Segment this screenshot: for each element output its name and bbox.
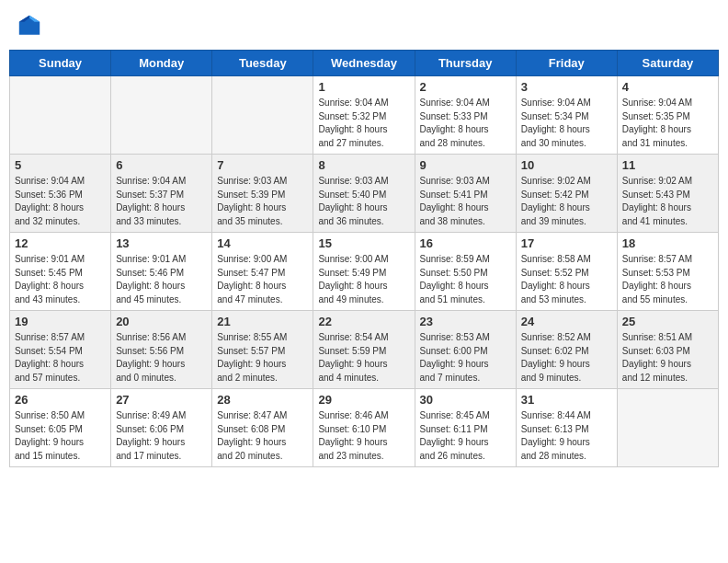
calendar-cell: 6Sunrise: 9:04 AM Sunset: 5:37 PM Daylig… [111,155,212,233]
day-info: Sunrise: 9:01 AM Sunset: 5:46 PM Dayligh… [116,253,207,306]
day-number: 24 [521,315,612,328]
calendar-cell: 3Sunrise: 9:04 AM Sunset: 5:34 PM Daylig… [516,76,617,155]
weekday-thursday: Thursday [415,51,516,76]
calendar-cell: 9Sunrise: 9:03 AM Sunset: 5:41 PM Daylig… [415,155,516,233]
day-info: Sunrise: 8:53 AM Sunset: 6:00 PM Dayligh… [420,331,511,385]
calendar-cell [10,76,111,155]
day-number: 30 [420,393,511,407]
day-info: Sunrise: 9:04 AM Sunset: 5:33 PM Dayligh… [420,97,511,150]
page-header [9,9,719,42]
day-number: 12 [15,236,106,250]
calendar-cell: 30Sunrise: 8:45 AM Sunset: 6:11 PM Dayli… [415,389,516,467]
calendar-cell: 23Sunrise: 8:53 AM Sunset: 6:00 PM Dayli… [415,311,516,389]
calendar-cell: 28Sunrise: 8:47 AM Sunset: 6:08 PM Dayli… [212,389,313,467]
day-number: 17 [521,236,612,250]
day-number: 20 [116,315,207,328]
day-number: 26 [15,393,106,407]
logo-icon [17,13,42,39]
calendar-week-4: 19Sunrise: 8:57 AM Sunset: 5:54 PM Dayli… [10,311,719,389]
day-info: Sunrise: 9:03 AM Sunset: 5:39 PM Dayligh… [217,175,308,228]
day-number: 31 [521,393,612,407]
weekday-header-row: SundayMondayTuesdayWednesdayThursdayFrid… [10,51,719,76]
calendar-cell: 18Sunrise: 8:57 AM Sunset: 5:53 PM Dayli… [617,233,718,311]
day-info: Sunrise: 8:54 AM Sunset: 5:59 PM Dayligh… [318,331,409,385]
day-info: Sunrise: 8:58 AM Sunset: 5:52 PM Dayligh… [521,253,612,306]
day-number: 23 [420,315,511,328]
calendar-cell: 10Sunrise: 9:02 AM Sunset: 5:42 PM Dayli… [516,155,617,233]
calendar-week-1: 1Sunrise: 9:04 AM Sunset: 5:32 PM Daylig… [10,76,719,155]
day-number: 29 [318,393,409,407]
calendar-cell: 13Sunrise: 9:01 AM Sunset: 5:46 PM Dayli… [111,233,212,311]
calendar-cell: 25Sunrise: 8:51 AM Sunset: 6:03 PM Dayli… [617,311,718,389]
day-info: Sunrise: 9:04 AM Sunset: 5:37 PM Dayligh… [116,175,207,228]
calendar-cell: 15Sunrise: 9:00 AM Sunset: 5:49 PM Dayli… [313,233,415,311]
calendar-cell: 12Sunrise: 9:01 AM Sunset: 5:45 PM Dayli… [10,233,111,311]
calendar-week-3: 12Sunrise: 9:01 AM Sunset: 5:45 PM Dayli… [10,233,719,311]
calendar-cell [212,76,313,155]
day-number: 7 [217,158,308,172]
day-info: Sunrise: 9:04 AM Sunset: 5:34 PM Dayligh… [521,97,612,150]
day-info: Sunrise: 8:45 AM Sunset: 6:11 PM Dayligh… [420,409,511,463]
day-info: Sunrise: 9:04 AM Sunset: 5:32 PM Dayligh… [318,97,409,150]
calendar-cell: 4Sunrise: 9:04 AM Sunset: 5:35 PM Daylig… [617,76,718,155]
calendar-cell [617,389,718,467]
calendar-table: SundayMondayTuesdayWednesdayThursdayFrid… [9,50,719,467]
day-number: 18 [622,236,713,250]
day-number: 6 [116,158,207,172]
day-number: 13 [116,236,207,250]
day-number: 10 [521,158,612,172]
calendar-cell: 11Sunrise: 9:02 AM Sunset: 5:43 PM Dayli… [617,155,718,233]
calendar-cell: 14Sunrise: 9:00 AM Sunset: 5:47 PM Dayli… [212,233,313,311]
day-info: Sunrise: 9:02 AM Sunset: 5:42 PM Dayligh… [521,175,612,228]
day-number: 21 [217,315,308,328]
day-info: Sunrise: 9:02 AM Sunset: 5:43 PM Dayligh… [622,175,713,228]
day-number: 8 [318,158,409,172]
day-info: Sunrise: 8:57 AM Sunset: 5:53 PM Dayligh… [622,253,713,306]
day-number: 3 [521,80,612,94]
calendar-cell: 8Sunrise: 9:03 AM Sunset: 5:40 PM Daylig… [313,155,415,233]
day-number: 28 [217,393,308,407]
day-info: Sunrise: 8:46 AM Sunset: 6:10 PM Dayligh… [318,409,409,463]
calendar-cell: 7Sunrise: 9:03 AM Sunset: 5:39 PM Daylig… [212,155,313,233]
calendar-week-2: 5Sunrise: 9:04 AM Sunset: 5:36 PM Daylig… [10,155,719,233]
day-number: 4 [622,80,713,94]
day-number: 14 [217,236,308,250]
svg-marker-0 [19,16,40,35]
day-info: Sunrise: 9:01 AM Sunset: 5:45 PM Dayligh… [15,253,106,306]
day-info: Sunrise: 8:56 AM Sunset: 5:56 PM Dayligh… [116,331,207,385]
calendar-cell [111,76,212,155]
day-number: 19 [15,315,106,328]
day-info: Sunrise: 9:03 AM Sunset: 5:40 PM Dayligh… [318,175,409,228]
day-number: 2 [420,80,511,94]
weekday-saturday: Saturday [617,51,718,76]
calendar-cell: 19Sunrise: 8:57 AM Sunset: 5:54 PM Dayli… [10,311,111,389]
logo [17,13,46,39]
calendar-cell: 22Sunrise: 8:54 AM Sunset: 5:59 PM Dayli… [313,311,415,389]
calendar-cell: 26Sunrise: 8:50 AM Sunset: 6:05 PM Dayli… [10,389,111,467]
day-info: Sunrise: 8:55 AM Sunset: 5:57 PM Dayligh… [217,331,308,385]
day-info: Sunrise: 8:57 AM Sunset: 5:54 PM Dayligh… [15,331,106,385]
day-info: Sunrise: 8:52 AM Sunset: 6:02 PM Dayligh… [521,331,612,385]
calendar-cell: 1Sunrise: 9:04 AM Sunset: 5:32 PM Daylig… [313,76,415,155]
calendar-cell: 16Sunrise: 8:59 AM Sunset: 5:50 PM Dayli… [415,233,516,311]
day-number: 27 [116,393,207,407]
day-info: Sunrise: 9:00 AM Sunset: 5:47 PM Dayligh… [217,253,308,306]
calendar-cell: 24Sunrise: 8:52 AM Sunset: 6:02 PM Dayli… [516,311,617,389]
calendar-cell: 20Sunrise: 8:56 AM Sunset: 5:56 PM Dayli… [111,311,212,389]
weekday-tuesday: Tuesday [212,51,313,76]
calendar-cell: 31Sunrise: 8:44 AM Sunset: 6:13 PM Dayli… [516,389,617,467]
day-number: 1 [318,80,409,94]
calendar-cell: 2Sunrise: 9:04 AM Sunset: 5:33 PM Daylig… [415,76,516,155]
day-number: 11 [622,158,713,172]
weekday-friday: Friday [516,51,617,76]
day-number: 22 [318,315,409,328]
weekday-monday: Monday [111,51,212,76]
day-number: 5 [15,158,106,172]
day-info: Sunrise: 9:04 AM Sunset: 5:36 PM Dayligh… [15,175,106,228]
calendar-cell: 29Sunrise: 8:46 AM Sunset: 6:10 PM Dayli… [313,389,415,467]
calendar-cell: 27Sunrise: 8:49 AM Sunset: 6:06 PM Dayli… [111,389,212,467]
day-info: Sunrise: 8:59 AM Sunset: 5:50 PM Dayligh… [420,253,511,306]
day-info: Sunrise: 8:47 AM Sunset: 6:08 PM Dayligh… [217,409,308,463]
day-number: 25 [622,315,713,328]
day-number: 15 [318,236,409,250]
